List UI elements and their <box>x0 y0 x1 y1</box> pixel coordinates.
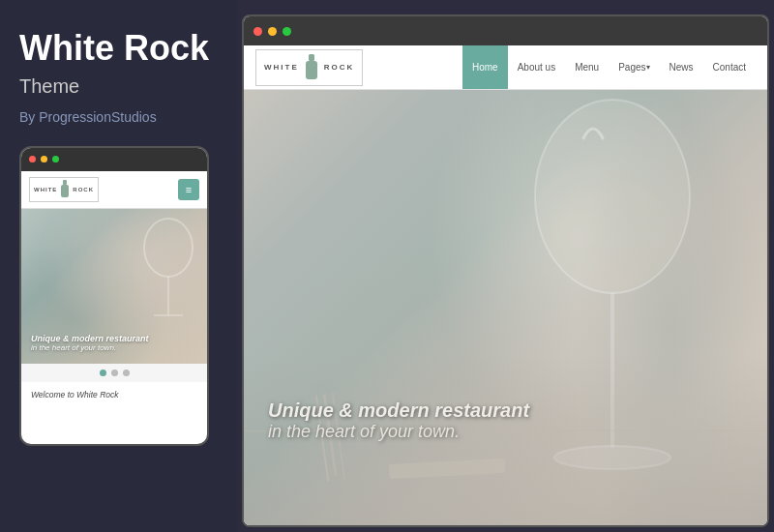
mobile-glass-svg <box>139 214 197 340</box>
author-name: ProgressionStudios <box>39 109 156 125</box>
desktop-hero-line2: in the heart of your town. <box>268 422 529 442</box>
svg-rect-1 <box>61 185 69 197</box>
desktop-nav-home[interactable]: Home <box>462 45 508 89</box>
theme-subtitle: Theme <box>19 75 218 98</box>
desktop-nav-contact[interactable]: Contact <box>703 45 756 89</box>
mobile-dot-green <box>52 156 59 163</box>
mobile-dot-red <box>29 156 36 163</box>
mobile-indicator-1[interactable] <box>100 369 106 376</box>
by-label: By <box>19 109 35 125</box>
svg-rect-6 <box>306 61 317 79</box>
svg-point-2 <box>144 219 193 277</box>
mobile-mockup: WHITE ROCK ≡ Un <box>19 146 209 446</box>
mobile-hero-line1: Unique & modern restaurant <box>31 334 149 343</box>
mobile-welcome-text: Welcome to White Rock <box>21 382 207 407</box>
mobile-glass-decoration <box>139 214 197 340</box>
mobile-indicator-3[interactable] <box>123 369 130 376</box>
desktop-nav: WHITE ROCK Home About us Menu Pages News… <box>244 45 767 90</box>
svg-point-8 <box>550 182 675 288</box>
desktop-mockup: WHITE ROCK Home About us Menu Pages News… <box>242 15 769 527</box>
svg-rect-0 <box>63 180 67 185</box>
desktop-nav-pages[interactable]: Pages <box>609 45 659 89</box>
mobile-hero-text: Unique & modern restaurant in the heart … <box>31 334 149 352</box>
theme-title-line1: White Rock <box>19 28 209 68</box>
mobile-logo-box: WHITE ROCK <box>29 177 99 202</box>
mobile-logo-rock: ROCK <box>73 187 94 192</box>
desktop-hero: Unique & modern restaurant in the heart … <box>244 90 767 527</box>
mobile-hero-line2: in the heart of your town. <box>31 343 149 352</box>
desktop-bottle-svg <box>305 54 318 81</box>
desktop-top-bar <box>244 16 767 45</box>
desktop-logo-white: WHITE <box>264 63 299 72</box>
mobile-dots-bar <box>21 364 207 382</box>
mobile-logo-white: WHITE <box>34 187 57 192</box>
desktop-nav-links: Home About us Menu Pages News Contact <box>462 45 756 89</box>
mobile-logo-area: WHITE ROCK <box>29 177 99 202</box>
theme-author: By ProgressionStudios <box>19 109 218 125</box>
desktop-logo-rock: ROCK <box>324 63 355 72</box>
desktop-logo-area: WHITE ROCK <box>255 49 363 86</box>
desktop-dot-red <box>253 27 262 36</box>
desktop-dot-green <box>283 27 291 36</box>
theme-title: White Rock <box>19 29 218 68</box>
desktop-nav-about[interactable]: About us <box>508 45 565 89</box>
mobile-menu-button[interactable]: ≡ <box>178 179 199 200</box>
svg-rect-5 <box>309 54 314 61</box>
desktop-hero-line1: Unique & modern restaurant <box>268 399 529 422</box>
desktop-nav-news[interactable]: News <box>660 45 703 89</box>
desktop-logo-box: WHITE ROCK <box>255 49 363 86</box>
desktop-nav-menu[interactable]: Menu <box>565 45 609 89</box>
desktop-dot-yellow <box>268 27 277 36</box>
mobile-indicator-2[interactable] <box>111 369 118 376</box>
mobile-dot-yellow <box>41 156 47 163</box>
mobile-hero: Unique & modern restaurant in the heart … <box>21 209 207 364</box>
mobile-bottle-svg <box>60 180 70 199</box>
desktop-hero-text: Unique & modern restaurant in the heart … <box>268 399 529 442</box>
mobile-nav: WHITE ROCK ≡ <box>21 171 207 209</box>
mobile-top-bar <box>21 148 207 171</box>
left-panel: White Rock Theme By ProgressionStudios W… <box>0 0 237 532</box>
